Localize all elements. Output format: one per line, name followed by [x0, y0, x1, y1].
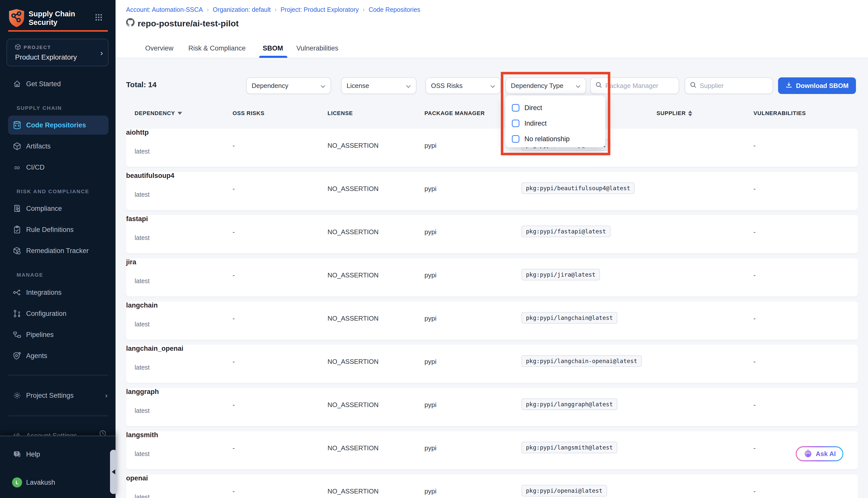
sidebar-item-configuration[interactable]: Configuration	[0, 305, 116, 322]
project-name: Product Exploratory	[15, 53, 77, 61]
sidebar-item-compliance[interactable]: Compliance	[0, 200, 116, 217]
pipelines-icon	[13, 330, 22, 339]
shield-gear-icon	[13, 351, 22, 360]
dependency-type-option[interactable]: Direct	[512, 100, 605, 116]
app-grid-icon[interactable]	[95, 14, 103, 21]
repo-title-text: repo-posture/ai-test-pilot	[138, 18, 239, 28]
sidebar-item-integrations[interactable]: Integrations	[0, 284, 116, 301]
tab-overview[interactable]: Overview	[145, 39, 174, 58]
dependency-name: langgraph	[126, 388, 858, 396]
breadcrumb-code-repositories[interactable]: Code Repositories	[369, 6, 420, 13]
package-manager-value: pypi	[425, 142, 437, 149]
breadcrumb-organization[interactable]: Organization: default	[213, 6, 271, 13]
sidebar-item-artifacts[interactable]: Artifacts	[0, 138, 116, 155]
tab-sbom[interactable]: SBOM	[263, 39, 283, 58]
supplier-input[interactable]	[700, 82, 768, 90]
license-value: NO_ASSERTION	[328, 142, 378, 149]
column-header-oss-risks[interactable]: OSS RISKS	[232, 110, 265, 117]
page-title: repo-posture/ai-test-pilot	[126, 18, 239, 29]
dependency-version: latest	[135, 494, 150, 498]
sidebar-item-cicd[interactable]: ∞ CI/CD	[0, 159, 116, 176]
dependency-version: latest	[135, 364, 150, 371]
breadcrumb-account[interactable]: Account: Automation-SSCA	[126, 6, 203, 13]
sidebar-collapse-handle[interactable]	[110, 450, 117, 494]
tab-vulnerabilities[interactable]: Vulnerabilities	[296, 39, 338, 58]
vulnerabilities-value: -	[753, 401, 756, 409]
table-row[interactable]: langchain_openai latest - NO_ASSERTION p…	[126, 345, 858, 383]
checkbox-icon[interactable]	[512, 120, 519, 127]
table-row[interactable]: aiohttp latest - NO_ASSERTION pypi pkg:p…	[126, 129, 858, 167]
project-kind-label: PROJECT	[24, 45, 51, 50]
oss-risks-filter-select[interactable]: OSS Risks	[426, 77, 501, 94]
column-header-supplier[interactable]: SUPPLIER	[656, 110, 692, 117]
package-manager-input[interactable]	[605, 82, 674, 90]
ask-ai-button[interactable]: Ask AI	[796, 446, 843, 461]
chevron-down-icon	[406, 82, 411, 90]
sidebar-item-agents[interactable]: Agents	[0, 347, 116, 364]
download-icon	[785, 81, 792, 90]
download-sbom-button[interactable]: Download SBOM	[778, 77, 856, 94]
oss-risks-value: -	[232, 142, 235, 149]
breadcrumb-project[interactable]: Project: Product Exploratory	[281, 6, 359, 13]
oss-risks-value: -	[232, 487, 235, 495]
dependency-type-option[interactable]: No relationship	[512, 131, 605, 147]
vulnerabilities-value: -	[753, 487, 756, 495]
column-header-vulnerabilities[interactable]: VULNERABILITIES	[753, 110, 806, 117]
dependency-name: langchain	[126, 302, 858, 309]
package-manager-value: pypi	[425, 401, 437, 409]
oss-risks-value: -	[232, 401, 235, 409]
sidebar-item-pipelines[interactable]: Pipelines	[0, 326, 116, 343]
breadcrumb-separator: ›	[363, 6, 364, 13]
table-row[interactable]: langsmith latest - NO_ASSERTION pypi pkg…	[126, 431, 858, 469]
dependency-type-filter-select[interactable]: Dependency Type	[505, 77, 586, 94]
table-row[interactable]: openai latest - NO_ASSERTION pypi pkg:py…	[126, 474, 858, 498]
purl-chip: pkg:pypi/beautifulsoup4@latest	[521, 182, 635, 194]
project-selector[interactable]: PROJECT Product Exploratory ›	[6, 39, 108, 66]
column-header-license[interactable]: LICENSE	[328, 110, 353, 117]
license-filter-select[interactable]: License	[341, 77, 416, 94]
license-value: NO_ASSERTION	[328, 444, 378, 452]
brand-divider	[8, 30, 108, 32]
sidebar-item-help[interactable]: ? Help	[0, 447, 116, 461]
dependency-name: fastapi	[126, 215, 858, 223]
chevron-right-icon: ›	[100, 48, 103, 57]
supplier-search	[685, 77, 773, 94]
clipboard-check-icon	[13, 225, 22, 234]
brand: Supply Chain Security	[8, 9, 108, 29]
sidebar-item-code-repositories[interactable]: Code Repositories	[8, 116, 108, 135]
sidebar-item-remediation-tracker[interactable]: Remediation Tracker	[0, 242, 116, 259]
purl-chip: pkg:pypi/langchain-openai@latest	[521, 355, 642, 367]
purl-chip: pkg:pypi/jira@latest	[521, 269, 600, 280]
tab-risk-compliance[interactable]: Risk & Compliance	[188, 39, 246, 58]
package-manager-value: pypi	[425, 228, 437, 236]
sidebar-item-project-settings[interactable]: Project Settings ›	[0, 387, 116, 404]
help-chat-icon: ?	[13, 450, 22, 459]
package-manager-value: pypi	[425, 444, 437, 452]
sidebar-item-get-started[interactable]: Get Started	[0, 75, 116, 92]
sidebar: Supply Chain Security PROJECT Product Ex…	[0, 0, 116, 498]
section-label-supply-chain: SUPPLY CHAIN	[16, 105, 62, 111]
checkbox-icon[interactable]	[512, 104, 519, 112]
license-value: NO_ASSERTION	[328, 228, 378, 236]
sidebar-item-rule-definitions[interactable]: Rule Definitions	[0, 221, 116, 238]
oss-risks-value: -	[232, 228, 235, 236]
github-icon	[126, 18, 135, 29]
dependency-filter-select[interactable]: Dependency	[246, 77, 331, 94]
shield-logo-icon	[8, 9, 25, 28]
breadcrumb-separator: ›	[207, 6, 209, 13]
package-manager-value: pypi	[425, 185, 437, 193]
checkbox-icon[interactable]	[512, 135, 519, 143]
svg-text:?: ?	[15, 451, 18, 456]
column-header-dependency[interactable]: DEPENDENCY	[135, 110, 182, 117]
sidebar-bottom-panel: ? Help L Lavakush	[0, 436, 116, 498]
sidebar-user[interactable]: L Lavakush	[0, 475, 116, 489]
license-value: NO_ASSERTION	[328, 487, 378, 495]
table-row[interactable]: fastapi latest - NO_ASSERTION pypi pkg:p…	[126, 215, 858, 253]
table-row[interactable]: beautifulsoup4 latest - NO_ASSERTION pyp…	[126, 172, 858, 210]
breadcrumb-separator: ›	[275, 6, 277, 13]
column-header-package-manager[interactable]: PACKAGE MANAGER	[425, 110, 485, 117]
table-row[interactable]: langchain latest - NO_ASSERTION pypi pkg…	[126, 302, 858, 340]
table-row[interactable]: langgraph latest - NO_ASSERTION pypi pkg…	[126, 388, 858, 426]
table-row[interactable]: jira latest - NO_ASSERTION pypi pkg:pypi…	[126, 258, 858, 297]
dependency-type-option[interactable]: Indirect	[512, 116, 605, 131]
